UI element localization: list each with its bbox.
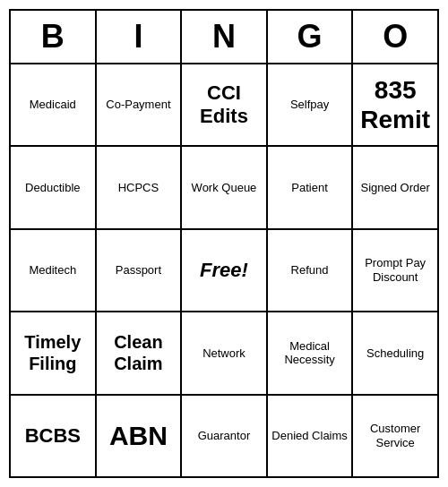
header-letter-I: I xyxy=(97,11,183,63)
bingo-cell-1-2: Work Queue xyxy=(182,147,268,227)
bingo-cell-3-0: Timely Filing xyxy=(11,312,97,393)
bingo-cell-4-2: Guarantor xyxy=(182,396,268,476)
bingo-row-4: BCBSABNGuarantorDenied ClaimsCustomer Se… xyxy=(11,396,437,476)
header-letter-G: G xyxy=(268,11,354,63)
bingo-cell-0-0: Medicaid xyxy=(11,64,97,145)
bingo-cell-0-2: CCI Edits xyxy=(182,64,268,145)
bingo-cell-4-1: ABN xyxy=(97,396,183,476)
bingo-cell-2-2: Free! xyxy=(182,230,268,311)
bingo-card: BINGO MedicaidCo-PaymentCCI EditsSelfpay… xyxy=(9,9,439,478)
bingo-row-2: MeditechPassportFree!RefundPrompt Pay Di… xyxy=(11,230,437,312)
bingo-header: BINGO xyxy=(11,11,437,64)
bingo-cell-2-1: Passport xyxy=(97,230,183,311)
bingo-cell-4-4: Customer Service xyxy=(353,396,437,476)
bingo-cell-3-1: Clean Claim xyxy=(97,312,183,393)
bingo-row-1: DeductibleHCPCSWork QueuePatientSigned O… xyxy=(11,147,437,229)
bingo-cell-0-3: Selfpay xyxy=(268,64,354,145)
bingo-cell-4-3: Denied Claims xyxy=(268,396,354,476)
header-letter-B: B xyxy=(11,11,97,63)
bingo-cell-0-1: Co-Payment xyxy=(97,64,183,145)
bingo-cell-1-0: Deductible xyxy=(11,147,97,227)
bingo-row-3: Timely FilingClean ClaimNetworkMedical N… xyxy=(11,312,437,395)
bingo-cell-1-3: Patient xyxy=(268,147,354,227)
bingo-cell-3-2: Network xyxy=(182,312,268,393)
bingo-body: MedicaidCo-PaymentCCI EditsSelfpay835 Re… xyxy=(11,64,437,476)
bingo-cell-0-4: 835 Remit xyxy=(353,64,437,145)
bingo-row-0: MedicaidCo-PaymentCCI EditsSelfpay835 Re… xyxy=(11,64,437,147)
bingo-cell-4-0: BCBS xyxy=(11,396,97,476)
header-letter-O: O xyxy=(353,11,437,63)
header-letter-N: N xyxy=(182,11,268,63)
bingo-cell-3-3: Medical Necessity xyxy=(268,312,354,393)
bingo-cell-1-1: HCPCS xyxy=(97,147,183,227)
bingo-cell-1-4: Signed Order xyxy=(353,147,437,227)
bingo-cell-2-3: Refund xyxy=(268,230,354,311)
bingo-cell-2-0: Meditech xyxy=(11,230,97,311)
bingo-cell-2-4: Prompt Pay Discount xyxy=(353,230,437,311)
bingo-cell-3-4: Scheduling xyxy=(353,312,437,393)
